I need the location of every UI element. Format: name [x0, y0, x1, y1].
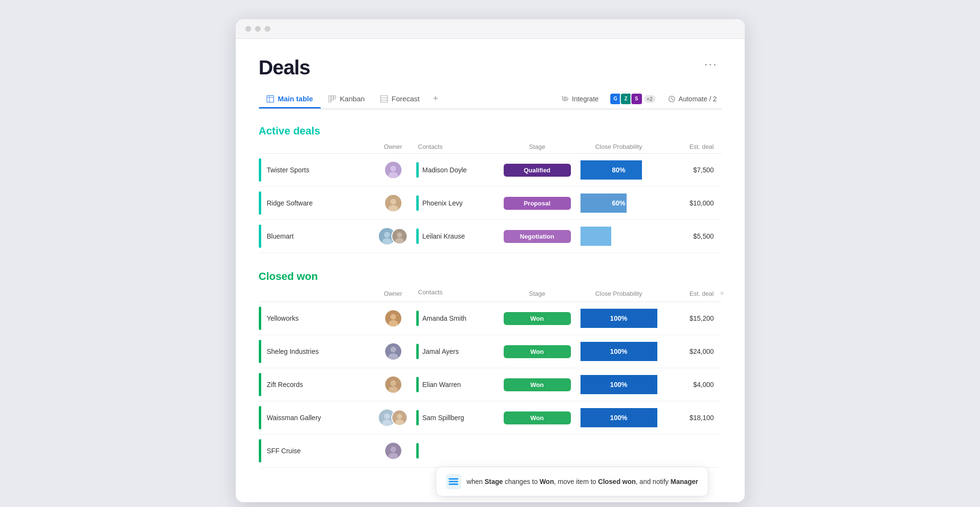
contact-indicator-sheleg: [416, 344, 419, 359]
cell-contact-bluemart: Leilani Krause: [412, 224, 499, 249]
tab-kanban-label: Kanban: [340, 95, 365, 103]
prob-bar-twister: [581, 160, 642, 180]
stage-badge-bluemart[interactable]: Negotiation: [504, 230, 571, 243]
add-row-btn-sheleg[interactable]: [720, 347, 739, 356]
add-row-btn-waissman[interactable]: [720, 413, 739, 422]
add-row-btn-bluemart[interactable]: [720, 231, 739, 241]
add-col-icon[interactable]: +: [720, 289, 725, 298]
prob-bar-bluemart: [581, 227, 611, 246]
stage-badge-waissman[interactable]: Won: [504, 411, 571, 424]
stage-badge-yelloworks[interactable]: Won: [504, 312, 571, 325]
cell-contact-ridge: Phoenix Levy: [412, 191, 499, 216]
automate-action[interactable]: Automate / 2: [663, 92, 721, 106]
svg-rect-6: [381, 96, 387, 102]
owner-avatar-img-sheleg: [385, 343, 401, 360]
tab-forecast[interactable]: Forecast: [373, 90, 427, 108]
cell-est-sheleg: $24,000: [662, 343, 720, 360]
owner-avatar-bluemart-2: [391, 228, 408, 244]
svg-point-16: [390, 199, 396, 205]
browser-dot-1: [245, 26, 251, 32]
owner-avatar-group-bluemart: [379, 228, 408, 244]
cell-stage-bluemart[interactable]: Negotiation: [499, 225, 576, 248]
svg-rect-5: [334, 96, 336, 99]
cell-est-ridge: $10,000: [662, 194, 720, 212]
automation-lines-icon: [448, 477, 459, 486]
automation-tooltip: when Stage changes to Won, move item to …: [436, 467, 708, 496]
svg-rect-44: [448, 483, 458, 485]
cell-stage-waissman[interactable]: Won: [499, 407, 576, 429]
svg-point-37: [397, 414, 402, 419]
cell-stage-twister[interactable]: Qualified: [499, 159, 576, 181]
add-row-btn-twister[interactable]: [720, 165, 739, 175]
col-est: Est. deal: [662, 143, 720, 150]
contact-name-sheleg: Jamal Ayers: [423, 348, 459, 355]
tabs-bar: Main table Kanban Forecast +: [259, 89, 722, 109]
add-row-btn-zift[interactable]: [720, 380, 739, 389]
cell-name-zift: Zift Records: [259, 368, 374, 401]
browser-dot-2: [255, 26, 261, 32]
browser-window: Deals ··· Main table Kanban: [236, 19, 745, 502]
deal-name-yelloworks: Yelloworks: [261, 314, 299, 322]
stage-badge-zift[interactable]: Won: [504, 378, 571, 391]
col-stage-closed: Stage: [499, 289, 576, 299]
automation-tooltip-text: when Stage changes to Won, move item to …: [467, 478, 698, 485]
deal-name-ridge: Ridge Software: [261, 199, 313, 207]
integration-avatar-3: S: [630, 93, 643, 105]
svg-rect-42: [448, 478, 458, 480]
closed-won-table: Owner Contacts Stage Close Probability E…: [259, 289, 722, 468]
auto-stage-label: Stage: [484, 478, 503, 485]
svg-rect-0: [267, 96, 274, 102]
owner-avatar-ridge: [385, 195, 401, 211]
owner-avatar-img-waissman-2: [392, 410, 407, 426]
tab-main-table-label: Main table: [278, 95, 313, 103]
add-row-btn-ridge[interactable]: [720, 198, 739, 208]
contact-indicator-bluemart: [416, 229, 419, 244]
tab-kanban[interactable]: Kanban: [321, 90, 373, 108]
prob-container-twister: 80%: [581, 160, 657, 180]
contact-name-ridge: Phoenix Levy: [423, 199, 463, 207]
prob-text-sheleg: 100%: [610, 348, 628, 355]
svg-line-10: [562, 96, 563, 97]
cell-stage-zift[interactable]: Won: [499, 374, 576, 396]
integrate-action[interactable]: Integrate: [557, 92, 603, 106]
cell-name-sheleg: Sheleg Industries: [259, 335, 374, 368]
cell-name-yelloworks: Yelloworks: [259, 302, 374, 335]
owner-avatar-zift: [385, 376, 401, 393]
cell-stage-sff: [499, 446, 576, 456]
cell-name-ridge: Ridge Software: [259, 187, 374, 219]
stage-badge-twister[interactable]: Qualified: [504, 164, 571, 177]
cell-owner-sheleg: [374, 338, 412, 364]
table-row: Ridge Software Phoenix L: [259, 187, 722, 220]
add-row-btn-yelloworks[interactable]: [720, 314, 739, 323]
cell-est-sff: [662, 446, 720, 456]
contact-indicator-yelloworks: [416, 311, 419, 326]
more-menu-button[interactable]: ···: [701, 56, 721, 72]
col-add-active: [720, 143, 739, 150]
cell-stage-yelloworks[interactable]: Won: [499, 307, 576, 330]
svg-point-38: [395, 420, 404, 425]
cell-stage-ridge[interactable]: Proposal: [499, 192, 576, 215]
cell-contact-sff: [412, 438, 499, 463]
cell-contact-zift: Elian Warren: [412, 372, 499, 397]
owner-avatar-twister: [385, 162, 401, 178]
tab-add-button[interactable]: +: [427, 89, 444, 109]
owner-avatar-img-ridge: [385, 195, 401, 211]
table-row: Twister Sports Madison D: [259, 154, 722, 187]
prob-text-zift: 100%: [610, 381, 628, 388]
cell-name-sff: SFF Cruise: [259, 435, 374, 467]
owner-avatar-sff: [385, 443, 401, 459]
table-row: SFF Cruise: [259, 435, 722, 468]
tabs-right-actions: Integrate G Z S +2 Automate / 2: [557, 92, 721, 106]
svg-point-19: [384, 232, 390, 238]
integration-badge: +2: [644, 95, 656, 103]
tab-main-table[interactable]: Main table: [259, 90, 321, 108]
prob-text-twister: 80%: [612, 166, 625, 174]
prob-container-ridge: 60%: [581, 193, 657, 213]
owner-avatar-sheleg: [385, 343, 401, 360]
add-row-btn-sff[interactable]: [720, 446, 739, 456]
cell-owner-sff: [374, 438, 412, 464]
stage-badge-sheleg[interactable]: Won: [504, 345, 571, 358]
col-owner-closed: Owner: [374, 289, 412, 299]
stage-badge-ridge[interactable]: Proposal: [504, 197, 571, 210]
cell-stage-sheleg[interactable]: Won: [499, 340, 576, 363]
